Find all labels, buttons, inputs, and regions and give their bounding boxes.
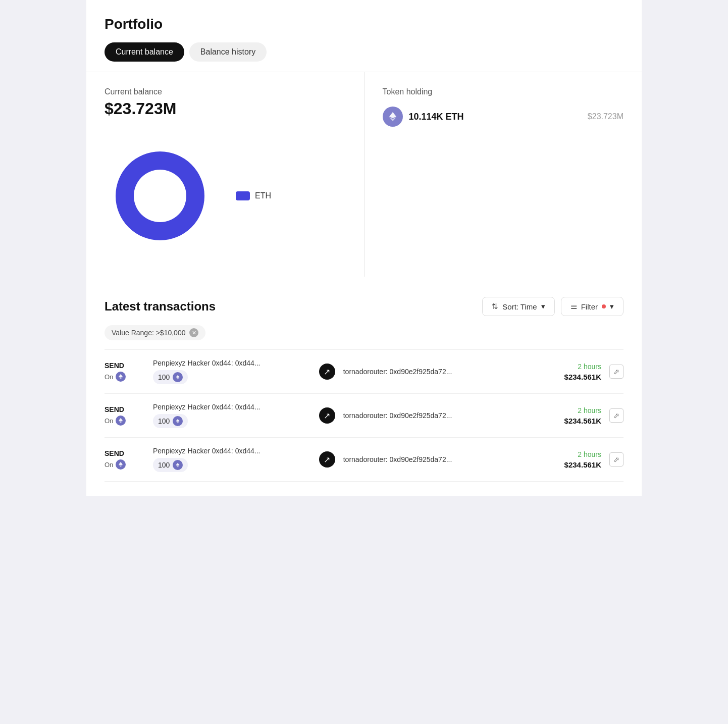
tx-type: SEND <box>105 405 145 413</box>
filter-tag-label: Value Range: >$10,000 <box>112 329 185 337</box>
tx-amount: 100 <box>158 461 170 469</box>
page-header: Portfolio Current balance Balance histor… <box>86 0 642 72</box>
portfolio-section: Current balance $23.723M ETH Token holdi… <box>86 72 642 277</box>
tx-amount: 100 <box>158 417 170 425</box>
token-info: 10.114K ETH <box>383 107 464 127</box>
tx-external-link[interactable]: ⬀ <box>609 365 623 379</box>
tx-time-col: 2 hours $234.561K <box>541 450 601 469</box>
tx-amount-badge: 100 <box>153 370 188 384</box>
tx-time: 2 hours <box>541 406 601 415</box>
tab-balance-history[interactable]: Balance history <box>189 42 267 62</box>
sort-button[interactable]: ⇅ Sort: Time ▾ <box>482 297 554 316</box>
eth-amount-icon <box>173 460 183 470</box>
tx-time: 2 hours <box>541 363 601 371</box>
tx-type-col: SEND On <box>105 405 145 426</box>
svg-point-1 <box>134 170 186 222</box>
tx-amount-badge: 100 <box>153 458 188 472</box>
balance-panel: Current balance $23.723M ETH <box>86 72 365 277</box>
tx-header: Latest transactions ⇅ Sort: Time ▾ ⚌ Fil… <box>105 297 623 316</box>
tx-usd: $234.561K <box>541 417 601 425</box>
tx-arrow-col: ↗ <box>319 451 335 468</box>
tx-time-col: 2 hours $234.561K <box>541 363 601 381</box>
svg-marker-2 <box>389 112 396 118</box>
tab-bar: Current balance Balance history <box>105 42 623 62</box>
tx-on: On <box>105 416 145 426</box>
svg-marker-10 <box>176 419 180 422</box>
tab-current-balance[interactable]: Current balance <box>105 42 184 62</box>
tx-to-col: tornadorouter: 0xd90e2f925da72... <box>343 455 533 463</box>
sort-icon: ⇅ <box>492 302 498 311</box>
tx-time: 2 hours <box>541 450 601 458</box>
filter-active-dot <box>602 304 606 308</box>
tx-amount: 100 <box>158 373 170 381</box>
donut-chart <box>105 140 216 251</box>
tx-from-col: Penpiexyz Hacker 0xd44: 0xd44... 100 <box>153 447 311 472</box>
tx-on: On <box>105 459 145 470</box>
page-title: Portfolio <box>105 16 623 32</box>
legend-color-eth <box>236 191 250 200</box>
tx-on-label: On <box>105 417 113 425</box>
transactions-section: Latest transactions ⇅ Sort: Time ▾ ⚌ Fil… <box>86 283 642 496</box>
tx-usd: $234.561K <box>541 460 601 469</box>
balance-label: Current balance <box>105 87 346 96</box>
table-row: SEND On Penpiexyz Hacker 0xd44: 0xd44...… <box>105 438 623 482</box>
eth-network-icon <box>116 372 126 382</box>
tx-on-label: On <box>105 373 113 381</box>
tx-usd: $234.561K <box>541 373 601 381</box>
filter-button[interactable]: ⚌ Filter ▾ <box>561 297 623 316</box>
tx-type-col: SEND On <box>105 361 145 382</box>
eth-network-icon <box>116 459 126 470</box>
chart-area: ETH <box>105 130 346 262</box>
tx-external-link[interactable]: ⬀ <box>609 452 623 467</box>
tx-from-col: Penpiexyz Hacker 0xd44: 0xd44... 100 <box>153 403 311 428</box>
tx-list: SEND On Penpiexyz Hacker 0xd44: 0xd44...… <box>105 349 623 482</box>
tx-time-col: 2 hours $234.561K <box>541 406 601 425</box>
tx-controls: ⇅ Sort: Time ▾ ⚌ Filter ▾ <box>482 297 623 316</box>
filter-icon: ⚌ <box>570 302 577 311</box>
svg-marker-6 <box>176 375 180 378</box>
tx-arrow-col: ↗ <box>319 364 335 380</box>
filter-tag-close[interactable]: ✕ <box>189 328 198 337</box>
filter-tag: Value Range: >$10,000 ✕ <box>105 325 205 340</box>
tx-type: SEND <box>105 361 145 370</box>
svg-marker-14 <box>176 463 180 466</box>
tx-from-name: Penpiexyz Hacker 0xd44: 0xd44... <box>153 403 311 411</box>
token-panel: Token holding 10.114K ETH $23.723M <box>365 72 642 277</box>
svg-marker-8 <box>119 418 123 422</box>
sort-chevron-icon: ▾ <box>541 302 545 311</box>
eth-amount-icon <box>173 372 183 382</box>
table-row: SEND On Penpiexyz Hacker 0xd44: 0xd44...… <box>105 350 623 394</box>
token-value: $23.723M <box>588 112 623 121</box>
eth-icon <box>383 107 403 127</box>
tx-title: Latest transactions <box>105 299 216 314</box>
tx-to-col: tornadorouter: 0xd90e2f925da72... <box>343 411 533 420</box>
tx-type-col: SEND On <box>105 449 145 470</box>
tx-type: SEND <box>105 449 145 457</box>
legend-label-eth: ETH <box>255 191 271 200</box>
filter-label: Filter <box>581 302 598 311</box>
chart-legend: ETH <box>236 191 271 200</box>
sort-label: Sort: Time <box>502 302 537 311</box>
tx-from-name: Penpiexyz Hacker 0xd44: 0xd44... <box>153 359 311 367</box>
table-row: SEND On Penpiexyz Hacker 0xd44: 0xd44...… <box>105 394 623 438</box>
tx-arrow-icon: ↗ <box>319 407 335 424</box>
eth-network-icon <box>116 416 126 426</box>
tx-arrow-icon: ↗ <box>319 451 335 468</box>
tx-to-col: tornadorouter: 0xd90e2f925da72... <box>343 368 533 376</box>
token-amount: 10.114K ETH <box>409 112 464 122</box>
tx-arrow-col: ↗ <box>319 407 335 424</box>
filter-chevron-icon: ▾ <box>610 302 614 311</box>
svg-marker-12 <box>119 462 123 466</box>
tx-from-name: Penpiexyz Hacker 0xd44: 0xd44... <box>153 447 311 455</box>
tx-external-link[interactable]: ⬀ <box>609 408 623 423</box>
tx-from-col: Penpiexyz Hacker 0xd44: 0xd44... 100 <box>153 359 311 384</box>
eth-amount-icon <box>173 416 183 426</box>
tx-on: On <box>105 372 145 382</box>
tx-amount-badge: 100 <box>153 414 188 428</box>
tx-arrow-icon: ↗ <box>319 364 335 380</box>
token-panel-title: Token holding <box>383 87 624 96</box>
tx-on-label: On <box>105 461 113 469</box>
svg-marker-4 <box>119 374 123 378</box>
token-row: 10.114K ETH $23.723M <box>383 107 624 127</box>
balance-amount: $23.723M <box>105 99 346 118</box>
